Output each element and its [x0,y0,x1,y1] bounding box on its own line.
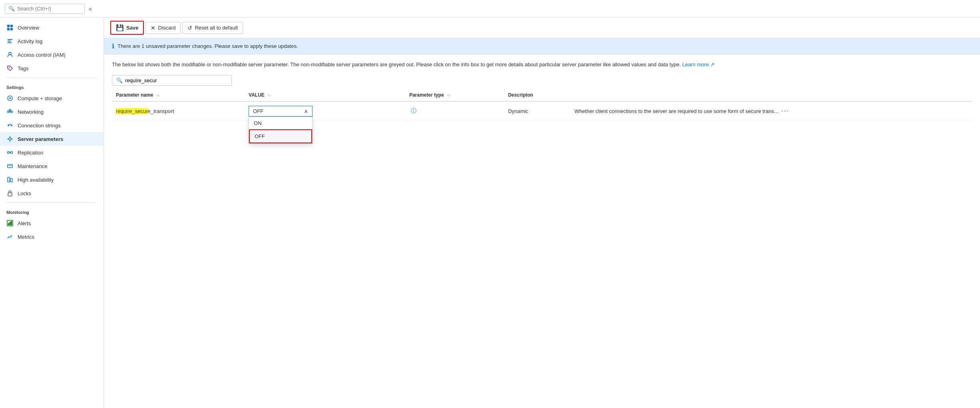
cell-param-type: Dynamic [504,101,570,121]
reset-icon: ↺ [187,25,192,31]
sidebar-item-networking[interactable]: Networking [0,105,104,119]
maintenance-icon [6,162,14,170]
action-bar: 💾 Save ✕ Discard ↺ Reset all to default [104,18,980,38]
sidebar-item-overview-label: Overview [18,25,39,31]
info-banner: ℹ There are 1 unsaved parameter changes.… [104,38,980,54]
svg-point-24 [8,152,10,154]
svg-rect-4 [8,39,12,40]
cell-param-name: require_secure_transport [112,101,245,121]
svg-rect-1 [10,25,13,27]
save-button[interactable]: 💾 Save [110,21,144,35]
sidebar-item-metrics[interactable]: Metrics [0,230,104,244]
params-table: Parameter name ↑↓ VALUE ↑↓ Parameter typ… [112,89,972,121]
search-icon: 🔍 [8,6,15,12]
filter-input[interactable] [125,77,227,83]
main-layout: Overview Activity log Access control (IA… [0,18,980,408]
metrics-icon [6,233,14,240]
sidebar-item-access-control[interactable]: Access control (IAM) [0,48,104,61]
sort-param-name-icon[interactable]: ↑↓ [156,93,160,97]
col-param-type-label: Parameter type [409,92,444,98]
cell-value: OFF ∧ ON OFF [245,101,405,121]
col-description-label: Descripton [508,92,533,98]
save-label: Save [126,25,138,31]
content-area: 💾 Save ✕ Discard ↺ Reset all to default … [104,18,980,408]
chevron-up-icon: ∧ [304,108,308,114]
svg-rect-6 [8,42,12,43]
col-param-name[interactable]: Parameter name ↑↓ [112,89,245,101]
sidebar-item-activity-log[interactable]: Activity log [0,34,104,48]
discard-icon: ✕ [151,25,155,31]
svg-rect-34 [8,223,9,225]
description-value: Whether client connections to the server… [574,108,778,114]
sort-value-icon[interactable]: ↑↓ [267,93,271,97]
sidebar-item-overview[interactable]: Overview [0,21,104,34]
dropdown-option-on[interactable]: ON [249,117,312,129]
sidebar-item-compute-label: Compute + storage [18,95,62,101]
filter-search-icon: 🔍 [116,77,123,83]
description-area: The below list shows both the modifiable… [104,54,980,72]
cell-description: Whether client connections to the server… [570,101,972,121]
sidebar-item-locks[interactable]: Locks [0,186,104,200]
sidebar-item-alerts[interactable]: Alerts [0,216,104,230]
sidebar-item-activity-log-label: Activity log [18,38,42,44]
search-input[interactable] [17,6,81,12]
sidebar-item-server-parameters-label: Server parameters [18,136,63,142]
filter-input-wrap[interactable]: 🔍 [112,75,232,86]
dropdown-current-value: OFF [253,108,263,114]
sidebar-item-connection-strings-label: Connection strings [18,123,61,129]
svg-point-18 [11,125,12,126]
connection-icon [6,122,14,129]
col-param-type[interactable]: Parameter type ↑↓ [405,89,504,101]
networking-icon [6,108,14,115]
learn-more-link[interactable]: Learn more ↗ [682,61,715,67]
svg-point-8 [9,67,10,68]
svg-point-7 [9,52,11,55]
col-param-name-label: Parameter name [116,92,153,98]
more-options-button[interactable]: ··· [780,107,791,115]
sidebar-item-tags[interactable]: Tags [0,61,104,75]
activity-log-icon [6,38,14,45]
svg-rect-35 [10,222,11,225]
col-value-label: VALUE [249,92,265,98]
svg-rect-31 [8,193,12,196]
svg-rect-0 [7,25,10,27]
svg-point-19 [9,138,11,140]
sidebar-item-high-availability[interactable]: High availability [0,173,104,186]
reset-button[interactable]: ↺ Reset all to default [182,22,243,34]
iam-icon [6,51,14,58]
svg-point-17 [8,125,9,126]
sidebar-item-maintenance[interactable]: Maintenance [0,159,104,173]
sidebar: Overview Activity log Access control (IA… [0,18,104,408]
discard-label: Discard [158,25,175,31]
dropdown-menu: ON OFF [249,117,313,144]
toolbar: 🔍 « [0,0,980,18]
sidebar-item-replication-label: Replication [18,150,43,156]
dropdown-wrap: OFF ∧ ON OFF [249,106,313,117]
svg-point-10 [9,97,11,99]
svg-rect-13 [9,109,11,111]
replication-icon [6,149,14,156]
info-circle-button[interactable]: ⓘ [409,107,418,115]
search-box[interactable]: 🔍 [5,4,85,14]
sidebar-item-tags-label: Tags [18,65,28,71]
save-icon: 💾 [116,24,124,32]
ha-icon [6,176,14,183]
sidebar-item-access-control-label: Access control (IAM) [18,52,66,58]
sidebar-item-server-parameters[interactable]: Server parameters [0,132,104,146]
sidebar-item-maintenance-label: Maintenance [18,163,47,169]
sidebar-item-compute-storage[interactable]: Compute + storage [0,91,104,105]
sidebar-item-locks-label: Locks [18,190,31,196]
sidebar-item-connection-strings[interactable]: Connection strings [0,119,104,132]
collapse-button[interactable]: « [86,4,94,14]
col-description: Descripton [504,89,570,101]
discard-button[interactable]: ✕ Discard [145,22,181,34]
svg-rect-2 [7,28,10,30]
sidebar-item-replication[interactable]: Replication [0,146,104,159]
svg-rect-3 [10,28,13,30]
col-value[interactable]: VALUE ↑↓ [245,89,405,101]
sort-param-type-icon[interactable]: ↑↓ [447,93,450,97]
dropdown-option-off[interactable]: OFF [249,129,312,143]
dropdown-trigger[interactable]: OFF ∧ [249,106,313,117]
filter-area: 🔍 [104,72,980,89]
svg-rect-27 [8,164,12,168]
